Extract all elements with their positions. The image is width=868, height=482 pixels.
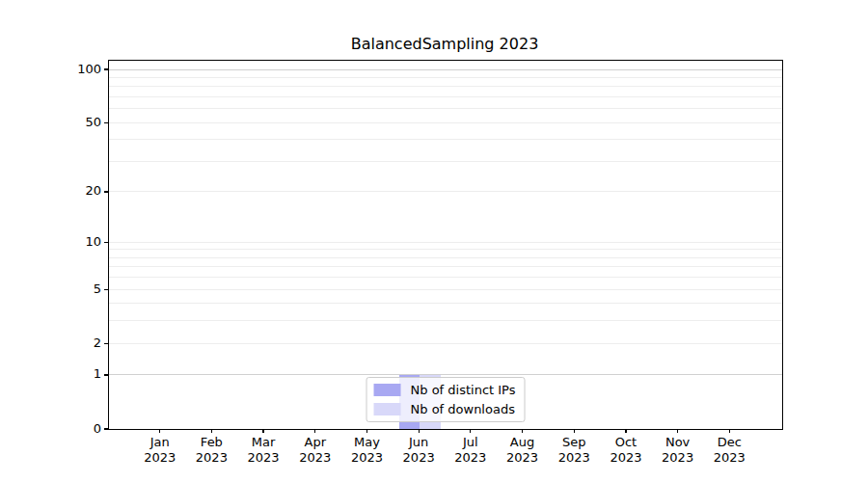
x-tick-mark [262, 429, 263, 433]
gridline [109, 249, 782, 250]
x-tick-mark [625, 429, 626, 433]
y-tick-mark [104, 68, 108, 69]
x-tick-mark [470, 429, 471, 433]
y-tick-mark [104, 191, 108, 192]
gridline [109, 161, 782, 162]
gridline [109, 257, 782, 258]
gridline [109, 69, 782, 70]
x-tick-mark [677, 429, 678, 433]
y-tick-label: 0 [43, 422, 101, 435]
figure: BalancedSampling 2023 Nb of distinct IPs… [0, 0, 868, 482]
gridline [109, 374, 782, 375]
x-tick-label-dec: Dec2023 [695, 435, 763, 465]
y-tick-mark [104, 242, 108, 243]
gridline [109, 139, 782, 140]
y-tick-label: 100 [43, 63, 101, 75]
legend: Nb of distinct IPs Nb of downloads [366, 377, 526, 422]
gridline [109, 108, 782, 109]
gridline [109, 191, 782, 192]
legend-item-downloads: Nb of downloads [374, 402, 516, 416]
x-tick-mark [159, 429, 160, 433]
gridline [109, 277, 782, 278]
y-tick-label: 10 [43, 235, 101, 248]
y-tick-label: 5 [43, 282, 101, 295]
plot-area: Nb of distinct IPs Nb of downloads [108, 60, 783, 430]
y-tick-mark [104, 428, 108, 429]
gridline [109, 266, 782, 267]
chart-title: BalancedSampling 2023 [108, 35, 781, 53]
y-tick-label: 50 [43, 116, 101, 128]
gridline [109, 320, 782, 321]
legend-item-distinct-ips: Nb of distinct IPs [374, 383, 516, 397]
gridline [109, 77, 782, 78]
legend-label-downloads: Nb of downloads [411, 402, 515, 416]
y-tick-label: 20 [43, 184, 101, 197]
y-tick-label: 1 [43, 367, 101, 380]
gridline [109, 303, 782, 304]
gridline [109, 86, 782, 87]
x-tick-mark [211, 429, 212, 433]
y-tick-mark [104, 343, 108, 344]
x-tick-mark [419, 429, 420, 433]
gridline [109, 343, 782, 344]
x-tick-mark [522, 429, 523, 433]
y-tick-mark [104, 122, 108, 123]
legend-swatch-downloads-icon [374, 403, 401, 415]
gridline [109, 242, 782, 243]
legend-label-distinct-ips: Nb of distinct IPs [411, 383, 516, 397]
x-tick-mark [366, 429, 367, 433]
y-tick-mark [104, 374, 108, 375]
gridline [109, 289, 782, 290]
y-tick-label: 2 [43, 336, 101, 349]
y-tick-mark [104, 289, 108, 290]
gridline [109, 96, 782, 97]
x-tick-mark [574, 429, 575, 433]
x-tick-mark [314, 429, 315, 433]
x-tick-mark [729, 429, 730, 433]
legend-swatch-distinct-ips-icon [374, 384, 401, 396]
gridline [109, 122, 782, 123]
